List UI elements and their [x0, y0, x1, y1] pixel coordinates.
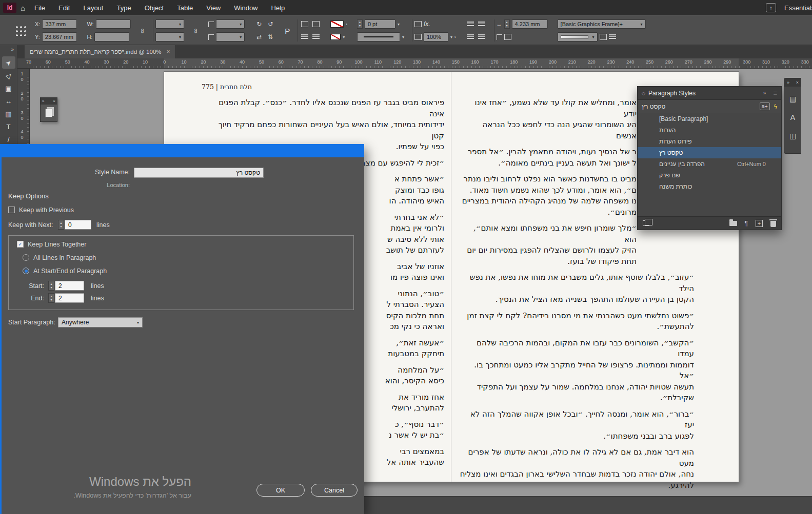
- close-tab-icon[interactable]: ×: [167, 48, 170, 55]
- w-input[interactable]: [96, 19, 131, 29]
- redefine-style-icon[interactable]: ¶: [745, 220, 748, 227]
- menu-item[interactable]: Table: [177, 4, 193, 12]
- direct-selection-tool[interactable]: ▷: [2, 69, 15, 81]
- paragraph-style-item[interactable]: פירוט הערות: [638, 136, 781, 147]
- chevron-down-icon[interactable]: ▾: [398, 22, 400, 27]
- new-style-group-icon[interactable]: [729, 221, 737, 226]
- ok-button[interactable]: OK: [256, 484, 305, 497]
- home-icon[interactable]: ⌂: [21, 4, 25, 12]
- start-end-radio[interactable]: [23, 268, 29, 274]
- end-stepper[interactable]: ▴▾: [48, 293, 54, 303]
- wrap-object-shape-button[interactable]: [466, 32, 475, 42]
- panel-menu-icon[interactable]: ≡: [773, 89, 777, 97]
- panel-dock-icon[interactable]: [643, 220, 649, 226]
- close-dock-icon[interactable]: ×: [796, 80, 799, 85]
- indesign-logo[interactable]: Id: [3, 3, 16, 13]
- start-stepper[interactable]: ▴▾: [48, 281, 54, 291]
- close-icon[interactable]: ×: [53, 99, 55, 104]
- menu-item[interactable]: View: [206, 4, 221, 12]
- corner-options-icon[interactable]: [497, 34, 502, 40]
- select-content-button[interactable]: [311, 19, 321, 29]
- start-paragraph-select[interactable]: Anywhere ▾: [58, 317, 143, 327]
- content-collector-tool[interactable]: ▦: [2, 108, 15, 120]
- constrain-dimensions-link-icon[interactable]: ∞: [139, 28, 147, 33]
- wrap-jump-button[interactable]: [477, 32, 486, 42]
- fitting-icon[interactable]: [504, 34, 511, 40]
- scale-y-select[interactable]: ▾: [155, 32, 184, 42]
- select-next-button[interactable]: [311, 32, 321, 42]
- horizontal-ruler[interactable]: 7060504030201001020304050607080901001101…: [17, 58, 812, 69]
- paragraph-style-item[interactable]: [Basic Paragraph]: [638, 113, 781, 125]
- paragraph-style-item[interactable]: הפרדה בין עניינים Ctrl+Num 0: [638, 158, 781, 170]
- effects-menu-button[interactable]: fx.: [424, 20, 430, 28]
- collapse-panel-icon[interactable]: »: [11, 45, 17, 56]
- cancel-button[interactable]: Cancel: [311, 484, 358, 497]
- menu-item[interactable]: File: [34, 4, 45, 12]
- start-input[interactable]: 2: [55, 281, 84, 291]
- menu-item[interactable]: Object: [145, 4, 164, 12]
- reference-point-proxy-icon[interactable]: [14, 25, 26, 36]
- swatch-select[interactable]: ▾: [558, 32, 598, 42]
- paragraph-style-item[interactable]: טקסט רץ: [638, 147, 781, 158]
- keep-with-next-stepper[interactable]: ▴▾: [58, 220, 64, 230]
- workspace-switcher[interactable]: Essentials: [784, 4, 812, 12]
- dialog-title-bar[interactable]: [0, 144, 364, 157]
- stroke-type-select[interactable]: [357, 32, 400, 42]
- style-name-input[interactable]: טקסט רץ: [134, 168, 264, 178]
- opacity-input[interactable]: 100%: [424, 32, 448, 42]
- menu-item[interactable]: Help: [271, 4, 285, 12]
- chevron-down-icon[interactable]: ▾: [402, 35, 404, 39]
- rotate-cw-button[interactable]: ↻: [254, 19, 264, 29]
- floating-collapsed-panel[interactable]: » ×: [40, 97, 57, 122]
- scale-x-select[interactable]: ▾: [155, 19, 184, 29]
- share-icon[interactable]: ↑: [766, 3, 776, 12]
- type-tool[interactable]: T: [2, 120, 15, 133]
- wrap-offset-input[interactable]: 4.233 mm: [512, 19, 548, 29]
- y-input[interactable]: 23.667 mm: [42, 32, 77, 42]
- paragraph-style-item[interactable]: הערות: [638, 125, 781, 136]
- h-input[interactable]: [94, 32, 129, 42]
- keep-with-previous-checkbox[interactable]: [8, 207, 15, 213]
- object-style-select[interactable]: [Basic Graphics Frame]+▾: [558, 19, 646, 29]
- effects-icon[interactable]: [414, 21, 422, 27]
- rotation-angle-select[interactable]: ▾: [216, 19, 245, 29]
- chevron-down-icon[interactable]: ▾: [450, 35, 452, 39]
- create-new-style-icon[interactable]: +: [756, 220, 763, 227]
- offset-stepper[interactable]: ▴▾: [504, 19, 510, 29]
- collapsed-panel-icon-3[interactable]: ◫: [787, 130, 799, 142]
- style-icon[interactable]: [600, 34, 607, 40]
- x-input[interactable]: 337 mm: [42, 19, 77, 29]
- wrap-bounding-box-button[interactable]: [477, 19, 486, 29]
- gap-tool[interactable]: ↔: [2, 95, 15, 107]
- keep-with-next-input[interactable]: 0: [65, 220, 91, 230]
- collapse-panel-icon[interactable]: »: [763, 90, 766, 96]
- panel-header[interactable]: ◇ Paragraph Styles » ≡: [638, 87, 781, 100]
- all-lines-radio[interactable]: [23, 254, 29, 261]
- select-container-button[interactable]: [300, 19, 309, 29]
- document-tab[interactable]: ספר קריאה_תלת חתרית_נחמה שרים*.indd @ 10…: [25, 45, 176, 58]
- flip-horizontal-button[interactable]: ⇄: [254, 32, 264, 42]
- menu-item[interactable]: Type: [116, 4, 131, 12]
- menu-item[interactable]: Edit: [58, 4, 70, 12]
- collapsed-panel-icon-2[interactable]: A: [787, 111, 799, 124]
- page-tool[interactable]: ▣: [2, 82, 15, 94]
- menu-item[interactable]: Window: [234, 4, 258, 12]
- select-previous-button[interactable]: [300, 32, 309, 42]
- selection-tool[interactable]: ➤: [2, 56, 15, 69]
- menu-item[interactable]: Layout: [83, 4, 103, 12]
- delete-style-icon[interactable]: [770, 221, 776, 227]
- flip-vertical-button[interactable]: ⇅: [266, 32, 275, 42]
- chevron-down-icon[interactable]: ▾: [343, 35, 345, 39]
- fill-swatch-none[interactable]: [330, 34, 341, 40]
- shear-angle-select[interactable]: ▾: [216, 32, 245, 42]
- gradient-icon[interactable]: [414, 34, 422, 40]
- wrap-none-button[interactable]: [466, 19, 475, 29]
- collapsed-panel-icon-1[interactable]: ▤: [787, 93, 799, 105]
- stroke-swatch-none[interactable]: [330, 20, 344, 28]
- stroke-weight-stepper[interactable]: ▴▾: [357, 19, 363, 29]
- rotate-ccw-button[interactable]: ↺: [266, 19, 275, 29]
- paragraph-style-item[interactable]: כותרת משנה: [638, 181, 781, 192]
- expand-panel-icon[interactable]: »: [42, 99, 44, 104]
- paragraph-style-item[interactable]: שם פרק: [638, 170, 781, 181]
- stroke-weight-input[interactable]: 0 pt: [365, 19, 395, 29]
